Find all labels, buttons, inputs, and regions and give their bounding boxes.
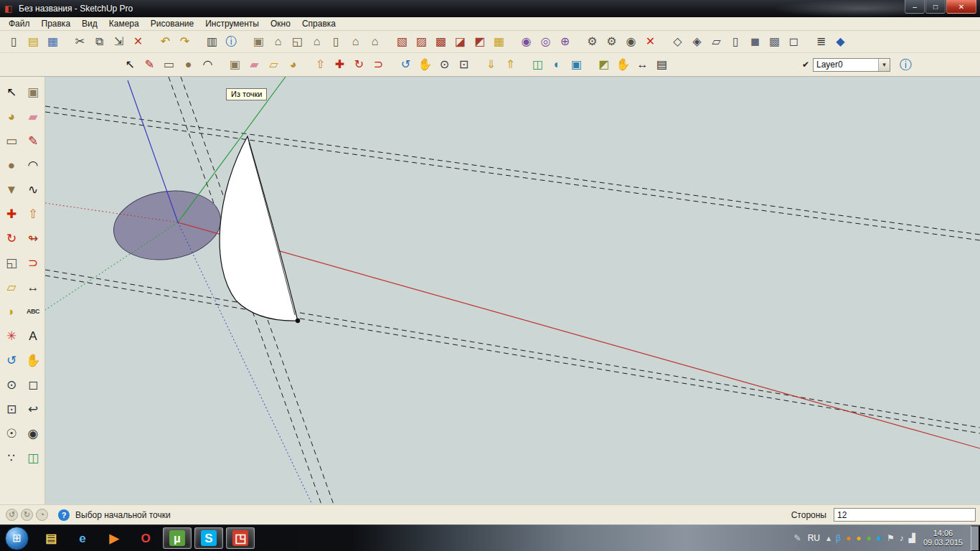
- push-pull-tool[interactable]: ⇧: [23, 204, 43, 223]
- layers-dialog-button[interactable]: ▤: [652, 55, 672, 74]
- entity-info-button[interactable]: ⓘ: [896, 55, 915, 74]
- previous-view-tool[interactable]: ↩: [23, 400, 43, 418]
- layers-stack-button[interactable]: ≣: [811, 32, 831, 51]
- make-component-button[interactable]: ▣: [249, 32, 268, 51]
- action-center-icon[interactable]: ⚑: [887, 534, 895, 542]
- section-plane-tool[interactable]: ◫: [23, 448, 43, 467]
- get-models-button[interactable]: ⇓: [481, 55, 501, 74]
- messenger-tray-icon[interactable]: ●: [866, 534, 871, 542]
- rectangle-tool-button[interactable]: ▭: [159, 55, 179, 74]
- network-icon[interactable]: ▟: [909, 534, 915, 542]
- polygon-tool[interactable]: ▼: [1, 180, 22, 199]
- skype-tray-icon[interactable]: ●: [877, 534, 882, 542]
- layer-dropdown[interactable]: Layer0 ▾: [813, 58, 890, 72]
- style-wireframe-button[interactable]: ▱: [707, 32, 726, 51]
- maximize-button[interactable]: □: [925, 0, 946, 14]
- start-button[interactable]: ⊞: [5, 527, 29, 550]
- open-button[interactable]: ▤: [24, 32, 43, 51]
- circle-tool[interactable]: ●: [1, 156, 22, 174]
- rotate-tool-button[interactable]: ↻: [349, 55, 369, 74]
- zoom-extents-tool-button[interactable]: ⊡: [454, 55, 473, 74]
- follow-me-tool[interactable]: ↬: [23, 229, 43, 248]
- help-icon[interactable]: ?: [58, 509, 70, 521]
- rotate-tool[interactable]: ↻: [1, 229, 22, 248]
- position-camera-tool[interactable]: ☉: [1, 424, 22, 443]
- model-viewport[interactable]: Из точки: [45, 77, 980, 504]
- status-orbit-icon[interactable]: ↺: [6, 509, 18, 521]
- cut-button[interactable]: ✂: [70, 32, 90, 51]
- solid-split-button[interactable]: ▦: [489, 32, 509, 51]
- offset-tool-button[interactable]: ⊃: [369, 55, 388, 74]
- line-tool[interactable]: ✎: [23, 131, 43, 150]
- solid-subtract-button[interactable]: ◪: [451, 32, 470, 51]
- guide-line[interactable]: [45, 270, 980, 428]
- 3d-text-tool[interactable]: A: [23, 326, 43, 345]
- measurements-input[interactable]: [834, 508, 976, 522]
- scale-tool[interactable]: ◱: [1, 253, 22, 272]
- taskbar-clock[interactable]: 14:06 09.03.2015: [923, 529, 963, 547]
- make-component-tool-button[interactable]: ▣: [225, 55, 245, 74]
- walk-tool[interactable]: ∵: [1, 448, 22, 467]
- zoom-extents-tool[interactable]: ⊡: [1, 400, 22, 418]
- explorer-button[interactable]: ▤: [37, 527, 65, 549]
- model-info-button[interactable]: ⓘ: [222, 32, 241, 51]
- update-tray-icon[interactable]: ●: [856, 534, 861, 542]
- section-plane-button[interactable]: ◫: [528, 55, 547, 74]
- make-component-tool[interactable]: ▣: [23, 83, 43, 101]
- camera-reset-button[interactable]: ✕: [641, 32, 660, 51]
- undo-button[interactable]: ↶: [156, 32, 175, 51]
- crescent-face[interactable]: [220, 136, 298, 321]
- endpoint-marker[interactable]: [296, 319, 300, 323]
- copy-button[interactable]: ⧉: [90, 32, 109, 51]
- dimensions-button[interactable]: ↔: [633, 55, 652, 74]
- pan-tool[interactable]: ✋: [23, 351, 43, 369]
- pan-tool-button[interactable]: ✋: [415, 55, 435, 74]
- view-front-button[interactable]: ⌂: [307, 32, 326, 51]
- media-player-button[interactable]: ▶: [100, 527, 128, 549]
- status-rotate-icon[interactable]: ↻: [21, 509, 33, 521]
- zoom-tool[interactable]: ⊙: [1, 375, 22, 394]
- tape-measure-tool[interactable]: ▱: [1, 278, 22, 296]
- orbit-tool-button[interactable]: ↺: [396, 55, 415, 74]
- ie-button[interactable]: e: [68, 527, 97, 549]
- select-tool-button[interactable]: ↖: [121, 55, 140, 74]
- bluetooth-icon[interactable]: β: [836, 534, 841, 542]
- close-button[interactable]: ✕: [946, 0, 976, 14]
- sketchup-button[interactable]: ◳: [226, 527, 255, 549]
- component-attributes-button[interactable]: ⊕: [555, 32, 575, 51]
- utorrent-button[interactable]: µ: [163, 527, 192, 549]
- Справка[interactable]: Справка: [296, 17, 341, 30]
- Файл[interactable]: Файл: [3, 17, 36, 30]
- dimension-tool[interactable]: ↔: [23, 278, 43, 296]
- style-monochrome-button[interactable]: ◻: [784, 32, 804, 51]
- tape-measure-tool-button[interactable]: ▱: [264, 55, 283, 74]
- eraser-tool-button[interactable]: ▰: [245, 55, 264, 74]
- show-desktop-button[interactable]: [971, 525, 980, 551]
- move-tool[interactable]: ✚: [1, 204, 22, 223]
- paint-bucket-tool[interactable]: ◕: [1, 107, 22, 126]
- components-browser-button[interactable]: ◆: [831, 32, 850, 51]
- paint-bucket-tool-button[interactable]: ◕: [283, 55, 303, 74]
- solid-outer-shell-button[interactable]: ▧: [392, 32, 412, 51]
- style-hidden-line-button[interactable]: ▯: [726, 32, 745, 51]
- Камера[interactable]: Камера: [103, 17, 145, 30]
- solid-union-button[interactable]: ▩: [431, 32, 451, 51]
- view-iso-button[interactable]: ⌂: [268, 32, 288, 51]
- Вид[interactable]: Вид: [76, 17, 103, 30]
- tablet-pen-icon[interactable]: ✎: [794, 534, 801, 542]
- camera-create-button[interactable]: ⚙: [583, 32, 602, 51]
- chevron-down-icon[interactable]: ▾: [878, 59, 890, 71]
- print-button[interactable]: ▥: [202, 32, 222, 51]
- zoom-tool-button[interactable]: ⊙: [435, 55, 454, 74]
- view-top-button[interactable]: ◱: [288, 32, 307, 51]
- camera-look-through-button[interactable]: ⚙: [602, 32, 621, 51]
- redo-button[interactable]: ↷: [175, 32, 194, 51]
- red-axis[interactable]: [178, 222, 980, 448]
- share-model-button[interactable]: ⇑: [501, 55, 520, 74]
- show-hidden-icons-button[interactable]: ▴: [826, 534, 831, 542]
- language-indicator[interactable]: RU: [806, 533, 821, 543]
- utorrent-tray-icon[interactable]: ●: [846, 534, 851, 542]
- interact-button[interactable]: ◉: [517, 32, 536, 51]
- Правка[interactable]: Правка: [36, 17, 77, 30]
- minimize-button[interactable]: –: [905, 0, 925, 14]
